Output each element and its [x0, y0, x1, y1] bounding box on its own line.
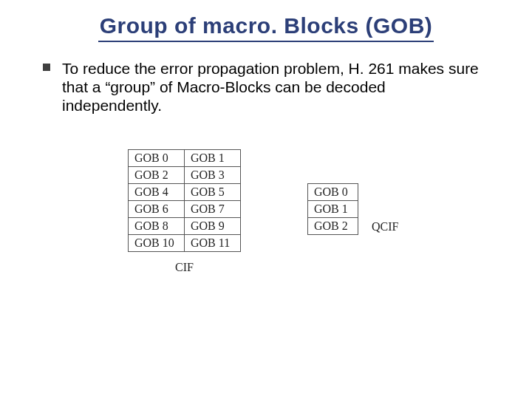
cif-caption: CIF — [175, 261, 194, 274]
table-cell: GOB 0 — [129, 149, 185, 166]
table-cell: GOB 4 — [129, 183, 185, 200]
table-cell: GOB 6 — [129, 200, 185, 217]
table-cell: GOB 8 — [129, 217, 185, 234]
bullet-item: To reduce the error propagation problem,… — [43, 59, 489, 115]
cif-block: GOB 0 GOB 1 GOB 2 GOB 3 GOB 4 GOB 5 GOB … — [128, 149, 241, 274]
table-row: GOB 10 GOB 11 — [129, 234, 241, 251]
table-cell: GOB 9 — [185, 217, 241, 234]
table-cell: GOB 7 — [185, 200, 241, 217]
bullet-text: To reduce the error propagation problem,… — [62, 59, 489, 115]
table-row: GOB 6 GOB 7 — [129, 200, 241, 217]
title-text: Group of macro. Blocks (GOB) — [98, 13, 434, 42]
slide: Group of macro. Blocks (GOB) To reduce t… — [0, 0, 532, 399]
table-cell: GOB 1 — [185, 149, 241, 166]
table-row: GOB 4 GOB 5 — [129, 183, 241, 200]
qcif-table: GOB 0 GOB 1 GOB 2 — [307, 183, 358, 235]
slide-body: To reduce the error propagation problem,… — [0, 38, 532, 274]
table-row: GOB 1 — [308, 200, 358, 217]
table-cell: GOB 11 — [185, 234, 241, 251]
qcif-wrap: GOB 0 GOB 1 GOB 2 QCIF — [307, 183, 398, 235]
table-row: GOB 2 — [308, 217, 358, 234]
table-cell: GOB 0 — [308, 183, 358, 200]
slide-title: Group of macro. Blocks (GOB) — [0, 0, 532, 38]
table-row: GOB 2 GOB 3 — [129, 166, 241, 183]
table-row: GOB 0 — [308, 183, 358, 200]
table-cell: GOB 3 — [185, 166, 241, 183]
table-row: GOB 0 GOB 1 — [129, 149, 241, 166]
qcif-block: GOB 0 GOB 1 GOB 2 QCIF — [307, 149, 398, 235]
cif-table: GOB 0 GOB 1 GOB 2 GOB 3 GOB 4 GOB 5 GOB … — [128, 149, 241, 252]
square-bullet-icon — [43, 64, 50, 71]
table-cell: GOB 2 — [129, 166, 185, 183]
table-row: GOB 8 GOB 9 — [129, 217, 241, 234]
table-cell: GOB 5 — [185, 183, 241, 200]
table-cell: GOB 2 — [308, 217, 358, 234]
table-cell: GOB 1 — [308, 200, 358, 217]
table-cell: GOB 10 — [129, 234, 185, 251]
diagram-area: GOB 0 GOB 1 GOB 2 GOB 3 GOB 4 GOB 5 GOB … — [43, 115, 489, 274]
qcif-caption: QCIF — [372, 220, 398, 233]
